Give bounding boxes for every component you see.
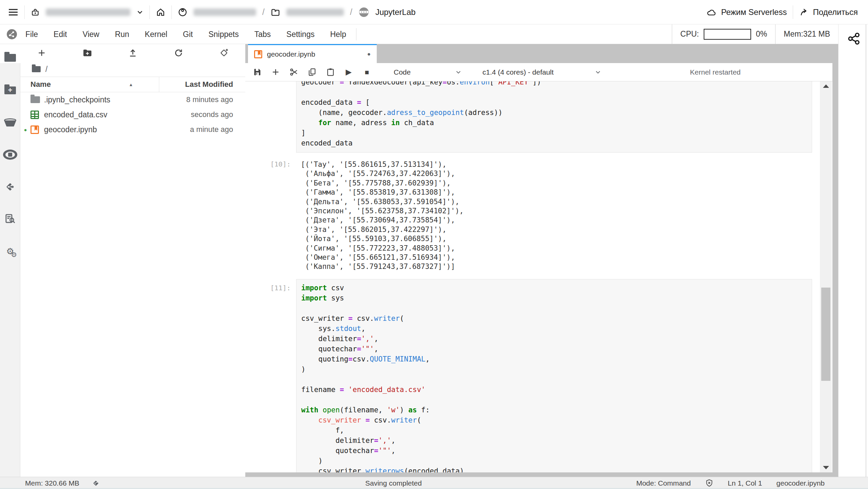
- share-network-icon[interactable]: [847, 32, 861, 45]
- git-diamond-icon[interactable]: [91, 479, 100, 488]
- cell-prompt: [11]:: [245, 279, 296, 472]
- blurred-project-name[interactable]: [46, 8, 130, 16]
- menu-item-edit[interactable]: Edit: [46, 24, 75, 44]
- scrollbar-thumb[interactable]: [821, 288, 830, 381]
- scroll-down-button[interactable]: [820, 463, 832, 472]
- notebook-content: geocoder = YandexGeocoder(api_key=os.env…: [245, 81, 832, 472]
- file-name: .ipynb_checkpoints: [44, 95, 159, 104]
- notebook-toolbar: ▶ ■ Code c1.4 (4 cores) - default Kernel…: [245, 63, 832, 81]
- sidebar-tab-inspector[interactable]: [0, 209, 20, 228]
- tab-bar: geocoder.ipynb ●: [245, 44, 838, 63]
- refresh-button[interactable]: [173, 47, 184, 59]
- notebook-scrollbar[interactable]: [820, 81, 832, 472]
- code-cell: [11]:import csvimport sys csv_writer = c…: [245, 279, 819, 472]
- code-editor[interactable]: import csvimport sys csv_writer = csv.wr…: [296, 279, 812, 472]
- menu-item-kernel[interactable]: Kernel: [137, 24, 175, 44]
- new-folder-icon: [82, 48, 92, 58]
- kernel-dropdown[interactable]: c1.4 (4 cores) - default: [482, 68, 601, 76]
- add-cell-button[interactable]: [270, 67, 281, 77]
- tab-geocoder-ipynb[interactable]: geocoder.ipynb ●: [248, 44, 377, 63]
- path-separator: /: [262, 7, 265, 17]
- menu-item-view[interactable]: View: [75, 24, 107, 44]
- memory-usage: Mem: 320.66 MB: [25, 479, 79, 487]
- code-cell: geocoder = YandexGeocoder(api_key=os.env…: [245, 81, 819, 153]
- hamburger-menu-icon[interactable]: [8, 8, 18, 16]
- copy-cell-button[interactable]: [307, 67, 317, 77]
- file-name: encoded_data.csv: [44, 110, 159, 119]
- document-search-icon: [4, 213, 16, 224]
- notebook-icon: [30, 125, 39, 134]
- menu-item-settings[interactable]: Settings: [278, 24, 322, 44]
- plus-icon: [37, 48, 46, 57]
- root-folder-icon[interactable]: [32, 66, 41, 72]
- file-list-header: Name ▲ Last Modified: [20, 77, 245, 92]
- clipboard-icon: [326, 67, 335, 77]
- scroll-up-button[interactable]: [820, 81, 832, 91]
- sidebar-tab-running-kernels[interactable]: [0, 145, 20, 164]
- code-editor[interactable]: geocoder = YandexGeocoder(api_key=os.env…: [296, 81, 812, 153]
- menu-item-run[interactable]: Run: [107, 24, 137, 44]
- column-header-name[interactable]: Name ▲: [20, 80, 159, 89]
- cell-type-dropdown[interactable]: Code: [394, 68, 461, 76]
- stop-icon: ■: [365, 68, 369, 76]
- menu-item-help[interactable]: Help: [322, 24, 354, 44]
- sidebar-tab-file-browser[interactable]: [0, 48, 20, 67]
- cpu-percent: 0%: [756, 30, 767, 39]
- divider: [171, 5, 172, 19]
- serverless-mode-button[interactable]: Режим Serverless: [707, 7, 787, 17]
- cpu-usage-bar: [704, 29, 751, 40]
- run-cell-button[interactable]: ▶: [344, 67, 354, 77]
- git-branch-icon: [4, 180, 17, 193]
- save-status-message: Saving completed: [365, 477, 422, 489]
- new-folder-button[interactable]: [82, 47, 93, 59]
- file-modified: seconds ago: [159, 110, 245, 119]
- blurred-org-name[interactable]: [193, 8, 256, 16]
- column-header-modified[interactable]: Last Modified: [159, 80, 245, 89]
- breadcrumb-root[interactable]: /: [45, 65, 47, 74]
- home-icon[interactable]: [156, 7, 165, 17]
- menu-item-tabs[interactable]: Tabs: [247, 24, 279, 44]
- breadcrumb: /: [20, 62, 245, 77]
- file-row[interactable]: encoded_data.csvseconds ago: [20, 107, 245, 122]
- new-launcher-button[interactable]: [36, 47, 47, 59]
- menu-item-file[interactable]: File: [18, 24, 46, 44]
- active-file-name[interactable]: geocoder.ipynb: [777, 479, 825, 487]
- csv-icon: [30, 111, 39, 119]
- shield-x-icon[interactable]: [705, 479, 714, 487]
- kernel-value: c1.4 (4 cores) - default: [482, 68, 554, 76]
- terminal-stop-icon: [3, 150, 17, 160]
- git-clone-icon: [219, 48, 229, 58]
- save-button[interactable]: [252, 67, 262, 77]
- gears-icon: ⚙⚙: [6, 247, 14, 256]
- file-row[interactable]: ●geocoder.ipynba minute ago: [20, 122, 245, 137]
- cursor-position[interactable]: Ln 1, Col 1: [728, 479, 762, 487]
- sidebar-tab-settings[interactable]: ⚙⚙: [0, 242, 20, 261]
- sidebar-tab-git[interactable]: [0, 177, 20, 196]
- memory-indicator: Mem:321 MB: [775, 24, 838, 44]
- sidebar-tab-bucket[interactable]: [0, 113, 20, 132]
- kernel-status-message: Kernel restarted: [690, 68, 741, 76]
- notebook-mode[interactable]: Mode: Command: [636, 479, 691, 487]
- menu-bar: FileEditViewRunKernelGitSnippetsTabsSett…: [0, 24, 838, 44]
- cell-prompt: [10]:: [245, 157, 296, 275]
- notebook-icon: [254, 50, 262, 58]
- share-button[interactable]: Поделиться: [799, 7, 858, 17]
- interrupt-kernel-button[interactable]: ■: [362, 67, 372, 77]
- file-browser-panel: / Name ▲ Last Modified .ipynb_checkpoint…: [20, 44, 245, 477]
- file-name: geocoder.ipynb: [44, 125, 159, 134]
- paste-cell-button[interactable]: [325, 67, 335, 77]
- git-clone-button[interactable]: [218, 47, 230, 59]
- menu-item-snippets[interactable]: Snippets: [201, 24, 247, 44]
- chevron-down-icon[interactable]: [137, 9, 143, 16]
- upload-button[interactable]: [127, 47, 139, 59]
- notebook-panel: geocoder.ipynb ● ▶ ■: [245, 44, 838, 477]
- output-cell: [10]:[('Тау', '[55.861615,37.513134]'), …: [245, 157, 819, 275]
- file-row[interactable]: .ipynb_checkpoints8 minutes ago: [20, 92, 245, 107]
- copy-icon: [308, 67, 317, 77]
- cut-cell-button[interactable]: [289, 67, 299, 77]
- sidebar-tab-new-folder[interactable]: [0, 81, 20, 100]
- file-modified: a minute ago: [159, 125, 245, 134]
- menu-item-git[interactable]: Git: [175, 24, 201, 44]
- top-header: / / JupyterLab Режим Serverless Поделить…: [0, 0, 868, 24]
- blurred-folder-name[interactable]: [286, 8, 344, 16]
